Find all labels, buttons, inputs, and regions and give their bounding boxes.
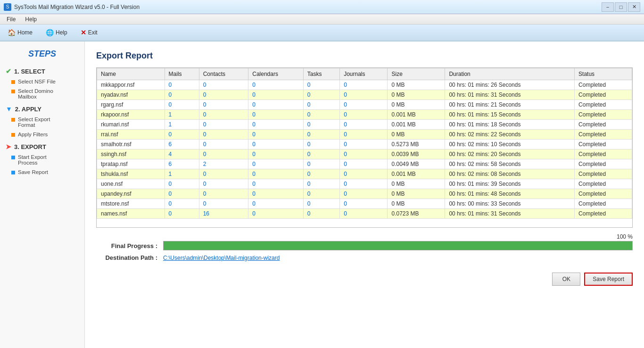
progress-percent: 100 %: [96, 233, 633, 240]
table-cell: 0 MB: [388, 80, 445, 90]
content-area: Export Report Name Mails Contacts Calend…: [85, 41, 644, 348]
table-cell: 0: [340, 199, 388, 209]
table-cell: 0.001 MB: [388, 169, 445, 179]
table-cell: 0 MB: [388, 100, 445, 110]
sidebar-item-label: Select NSF File: [18, 79, 56, 84]
app-icon: S: [4, 3, 11, 11]
sidebar-item-label: Select DominoMailbox: [18, 88, 53, 99]
dot-icon: [11, 118, 15, 122]
table-cell: 0.0039 MB: [388, 149, 445, 159]
table-cell: 0: [303, 80, 339, 90]
table-cell: 2: [199, 159, 248, 169]
ok-button[interactable]: OK: [552, 273, 580, 286]
table-cell: 0.5273 MB: [388, 140, 445, 149]
filter-icon: ▼: [6, 105, 12, 113]
step1-header: ✔ 1. SELECT: [0, 66, 84, 77]
table-cell: Completed: [575, 80, 632, 90]
table-row: rrai.nsf000000 MB00 hrs: 02 mins: 22 Sec…: [97, 130, 632, 140]
exit-icon: ✕: [81, 29, 86, 36]
save-report-button[interactable]: Save Report: [584, 273, 633, 286]
table-cell: 0: [248, 199, 303, 209]
steps-title: STEPS: [0, 49, 84, 59]
menu-help[interactable]: Help: [20, 15, 41, 24]
table-cell: Completed: [575, 120, 632, 130]
table-cell: 6: [165, 140, 199, 149]
table-row: mtstore.nsf000000 MB00 hrs: 00 mins: 33 …: [97, 199, 632, 209]
toolbar-help[interactable]: 🌐 Help: [43, 27, 70, 38]
table-cell: mtstore.nsf: [97, 199, 165, 209]
toolbar-exit[interactable]: ✕ Exit: [78, 27, 100, 38]
table-cell: 00 hrs: 01 mins: 31 Seconds: [445, 209, 575, 219]
table-cell: 0: [340, 140, 388, 149]
table-cell: 0: [199, 149, 248, 159]
table-cell: 0: [248, 209, 303, 219]
table-cell: 0: [303, 209, 339, 219]
table-row: rkumari.nsf100000.001 MB00 hrs: 01 mins:…: [97, 120, 632, 130]
table-cell: 0: [340, 209, 388, 219]
table-cell: Completed: [575, 130, 632, 140]
table-cell: nyadav.nsf: [97, 90, 165, 100]
table-cell: 0: [340, 159, 388, 169]
table-cell: 0: [340, 130, 388, 140]
dest-label: Destination Path :: [96, 254, 157, 261]
table-cell: 0: [248, 100, 303, 110]
table-cell: 0: [199, 80, 248, 90]
table-cell: 0 MB: [388, 90, 445, 100]
table-cell: 0: [340, 90, 388, 100]
table-cell: 00 hrs: 01 mins: 26 Seconds: [445, 80, 575, 90]
table-cell: 0: [248, 130, 303, 140]
table-cell: 00 hrs: 02 mins: 22 Seconds: [445, 130, 575, 140]
export-icon: ➤: [6, 143, 11, 150]
table-cell: ssingh.nsf: [97, 149, 165, 159]
table-cell: 0: [303, 140, 339, 149]
table-cell: tshukla.nsf: [97, 169, 165, 179]
table-cell: 00 hrs: 02 mins: 20 Seconds: [445, 149, 575, 159]
sidebar-item-export-format[interactable]: Select ExportFormat: [0, 115, 84, 130]
table-cell: 0: [199, 130, 248, 140]
table-cell: 0: [303, 149, 339, 159]
table-cell: 0: [165, 80, 199, 90]
table-cell: 0: [165, 90, 199, 100]
export-table-container[interactable]: Name Mails Contacts Calendars Tasks Jour…: [96, 67, 633, 228]
destination-row: Destination Path : C:\Users\admin\Deskto…: [96, 254, 633, 261]
table-cell: 0: [303, 100, 339, 110]
table-cell: 0: [165, 209, 199, 219]
table-cell: 0: [303, 110, 339, 120]
table-cell: 0 MB: [388, 130, 445, 140]
toolbar-home[interactable]: 🏠 Home: [5, 27, 35, 38]
table-cell: 0: [340, 169, 388, 179]
dest-path[interactable]: C:\Users\admin\Desktop\Mail-migration-wi…: [163, 255, 280, 261]
help-icon: 🌐: [46, 29, 54, 36]
col-mails: Mails: [165, 68, 199, 80]
menu-file[interactable]: File: [2, 15, 20, 24]
table-cell: 0: [340, 80, 388, 90]
maximize-button[interactable]: □: [615, 2, 627, 12]
table-cell: 00 hrs: 01 mins: 39 Seconds: [445, 179, 575, 189]
col-tasks: Tasks: [303, 68, 339, 80]
table-cell: 00 hrs: 02 mins: 10 Seconds: [445, 140, 575, 149]
sidebar-item-select-domino[interactable]: Select DominoMailbox: [0, 86, 84, 101]
table-cell: 0: [303, 199, 339, 209]
table-cell: rrai.nsf: [97, 130, 165, 140]
sidebar-item-apply-filters[interactable]: Apply Filters: [0, 130, 84, 139]
sidebar-item-select-nsf[interactable]: Select NSF File: [0, 77, 84, 86]
table-cell: 0 MB: [388, 189, 445, 199]
minimize-button[interactable]: −: [602, 2, 614, 12]
step2-header: ▼ 2. APPLY: [0, 103, 84, 115]
table-row: smalhotr.nsf600000.5273 MB00 hrs: 02 min…: [97, 140, 632, 149]
table-cell: 0: [199, 179, 248, 189]
table-cell: 00 hrs: 01 mins: 15 Seconds: [445, 110, 575, 120]
table-cell: 0: [340, 120, 388, 130]
table-cell: Completed: [575, 179, 632, 189]
exit-label: Exit: [88, 29, 98, 36]
table-cell: 00 hrs: 01 mins: 18 Seconds: [445, 120, 575, 130]
sidebar-item-save-report[interactable]: Save Report: [0, 167, 84, 177]
table-row: rkapoor.nsf100000.001 MB00 hrs: 01 mins:…: [97, 110, 632, 120]
step2-label: 2. APPLY: [15, 106, 41, 113]
sidebar-item-start-export[interactable]: Start ExportProcess: [0, 152, 84, 167]
dot-icon: [11, 156, 15, 159]
close-button[interactable]: ✕: [628, 2, 640, 12]
progress-section: 100 % Final Progress : Destination Path …: [96, 233, 633, 261]
table-cell: 0: [303, 169, 339, 179]
table-cell: 0: [248, 140, 303, 149]
